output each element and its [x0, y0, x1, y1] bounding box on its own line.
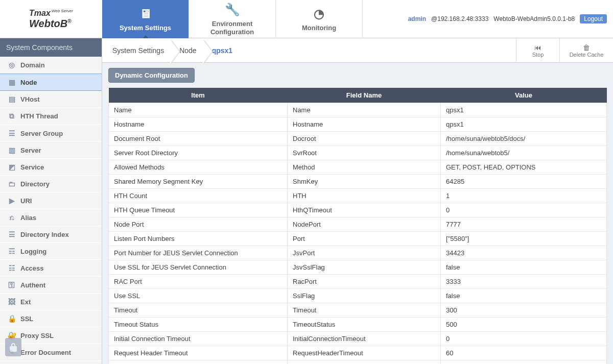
sidebar-item-icon: ☶: [7, 247, 16, 255]
sidebar-item-uri[interactable]: ▶URI: [0, 192, 102, 209]
cell-field: RequestBodyTimeout: [288, 360, 441, 365]
logout-button[interactable]: Logout: [580, 14, 607, 23]
table-row[interactable]: HostnameHostnameqpsx1: [109, 117, 607, 132]
cell-item: Document Root: [109, 132, 288, 146]
sidebar-item-server-group[interactable]: ☰Server Group: [0, 125, 102, 142]
sidebar-item-alias[interactable]: ⎌Alias: [0, 209, 102, 226]
table-row[interactable]: Use SSL for JEUS Servlet ConnectionJsvSs…: [109, 260, 607, 275]
sidebar-item-expires[interactable]: 🕑Expires: [0, 361, 102, 364]
sidebar-item-label: Domain: [20, 61, 45, 69]
cell-field: Port: [288, 232, 441, 246]
stop-button[interactable]: ⏮ Stop: [516, 38, 559, 62]
table-row[interactable]: Node PortNodePort7777: [109, 217, 607, 232]
table-row[interactable]: RAC PortRacPort3333: [109, 275, 607, 289]
cell-value: 7777: [441, 217, 607, 232]
cell-value: 1: [441, 189, 607, 203]
table-row[interactable]: Allowed MethodsMethodGET, POST, HEAD, OP…: [109, 160, 607, 175]
header: TmaxWeb Server WebtoB® 🖥System Settings🔧…: [0, 0, 613, 38]
table-row[interactable]: Server Root DirectorySvrRoot/home/suna/w…: [109, 146, 607, 160]
sidebar-item-ext[interactable]: 🖾Ext: [0, 294, 102, 310]
table-row[interactable]: Use SSLSslFlagfalse: [109, 289, 607, 303]
sidebar-item-directory[interactable]: 🗀Directory: [0, 176, 102, 192]
table-row[interactable]: Request Header TimeoutRequestHeaderTimeo…: [109, 346, 607, 360]
table-row[interactable]: Initial Connection TimeoutInitialConnect…: [109, 332, 607, 346]
sidebar-item-label: Service: [20, 163, 44, 171]
table-row[interactable]: Document RootDocroot/home/suna/webtob5/d…: [109, 132, 607, 146]
cell-item: Name: [109, 103, 288, 117]
sidebar-item-icon: 🗀: [7, 180, 16, 188]
top-tab-environment-configuration[interactable]: 🔧Environment Configuration: [189, 0, 276, 38]
lock-icon[interactable]: [5, 338, 21, 356]
cell-value: 34423: [441, 246, 607, 260]
cell-value: 60: [441, 346, 607, 360]
sidebar-item-logging[interactable]: ☶Logging: [0, 243, 102, 260]
sidebar-item-domain[interactable]: ◎Domain: [0, 57, 102, 74]
table-row[interactable]: Timeout StatusTimeoutStatus500: [109, 318, 607, 332]
cell-item: Server Root Directory: [109, 146, 288, 160]
sidebar-item-ssl[interactable]: 🔒SSL: [0, 310, 102, 327]
sidebar-item-icon: ◩: [7, 163, 16, 171]
sidebar-item-icon: 🔒: [7, 314, 16, 323]
sidebar-item-directory-index[interactable]: ☰Directory Index: [0, 226, 102, 243]
sidebar-item-icon: ⧉: [7, 112, 16, 120]
cell-field: Docroot: [288, 132, 441, 146]
cell-value: 0: [441, 203, 607, 217]
tab-label: System Settings: [120, 24, 171, 32]
cell-value: 500: [441, 318, 607, 332]
sidebar-item-hth-thread[interactable]: ⧉HTH Thread: [0, 108, 102, 125]
brand-webtob: WebtoB: [29, 18, 67, 29]
sidebar-item-service[interactable]: ◩Service: [0, 159, 102, 176]
table-row[interactable]: NameNameqpsx1: [109, 103, 607, 117]
cell-field: Method: [288, 160, 441, 175]
admin-link[interactable]: admin: [408, 15, 426, 22]
sidebar-item-vhost[interactable]: ▤VHost: [0, 91, 102, 108]
sidebar-item-label: URI: [20, 197, 32, 205]
sidebar-item-label: SSL: [20, 315, 33, 323]
sidebar-item-icon: ▤: [7, 95, 16, 103]
cell-value: 300: [441, 303, 607, 318]
cell-item: Use SSL for JEUS Servlet Connection: [109, 260, 288, 275]
sidebar-item-icon: ▶: [7, 197, 16, 205]
cell-value: /home/suna/webtob5/docs/: [441, 132, 607, 146]
tab-icon: 🔧: [225, 3, 240, 17]
top-tab-monitoring[interactable]: ◔Monitoring: [276, 0, 363, 38]
top-tabs: 🖥System Settings🔧Environment Configurati…: [102, 0, 363, 38]
dynamic-config-button[interactable]: Dynamic Configuration: [108, 68, 195, 83]
sidebar-item-label: VHost: [20, 95, 40, 103]
cell-item: HTH Queue Timeout: [109, 203, 288, 217]
delete-cache-button[interactable]: 🗑 Delete Cache: [559, 38, 613, 62]
table-row[interactable]: HTH Queue TimeoutHthQTimeout0: [109, 203, 607, 217]
cell-value: false: [441, 289, 607, 303]
cell-value: /home/suna/webtob5/: [441, 146, 607, 160]
cell-item: Listen Port Numbers: [109, 232, 288, 246]
server-address: @192.168.2.48:3333: [431, 15, 488, 22]
cell-field: RequestHeaderTimeout: [288, 346, 441, 360]
sidebar-item-label: Directory Index: [20, 231, 69, 238]
sidebar-item-label: HTH Thread: [20, 112, 58, 120]
cell-item: Initial Connection Timeout: [109, 332, 288, 346]
table-row[interactable]: Port Number for JEUS Servlet ConnectionJ…: [109, 246, 607, 260]
sidebar-list: ◎Domain▦Node▤VHost⧉HTH Thread☰Server Gro…: [0, 57, 102, 364]
sidebar-item-label: Server: [20, 147, 41, 154]
sidebar-item-node[interactable]: ▦Node: [0, 74, 102, 91]
sidebar-title: System Components: [0, 38, 102, 57]
cell-item: Timeout Status: [109, 318, 288, 332]
cell-field: JsvPort: [288, 246, 441, 260]
table-row[interactable]: TimeoutTimeout300: [109, 303, 607, 318]
column-header: Field Name: [288, 88, 441, 103]
cell-item: Hostname: [109, 117, 288, 132]
sidebar-item-server[interactable]: ▥Server: [0, 142, 102, 159]
table-row[interactable]: Request Body TimeoutRequestBodyTimeout0: [109, 360, 607, 365]
brand-logo: TmaxWeb Server WebtoB®: [0, 0, 102, 38]
cell-item: Node Port: [109, 217, 288, 232]
table-row[interactable]: Shared Memory Segment KeyShmKey64285: [109, 175, 607, 189]
sidebar-item-access[interactable]: ☷Access: [0, 260, 102, 277]
table-row[interactable]: HTH CountHTH1: [109, 189, 607, 203]
sidebar-item-label: Ext: [20, 298, 31, 306]
sidebar-item-icon: ⚿: [7, 281, 16, 289]
breadcrumb-item[interactable]: System Settings: [107, 46, 174, 55]
top-tab-system-settings[interactable]: 🖥System Settings: [102, 0, 189, 38]
table-row[interactable]: Listen Port NumbersPort["5580"]: [109, 232, 607, 246]
cell-item: Request Body Timeout: [109, 360, 288, 365]
sidebar-item-authent[interactable]: ⚿Authent: [0, 277, 102, 294]
